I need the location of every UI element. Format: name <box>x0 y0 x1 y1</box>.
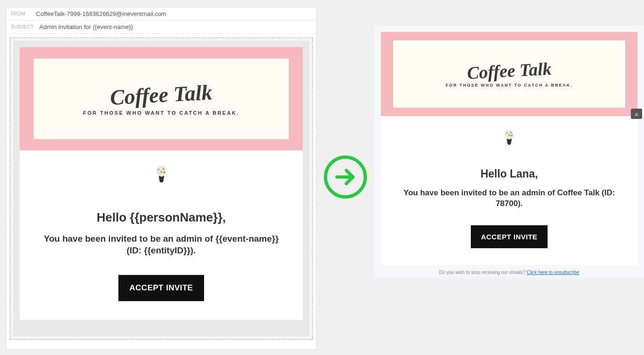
preview-logo-icon <box>500 128 519 147</box>
brand-tagline: FOR THOSE WHO WANT TO CATCH A BREAK. <box>83 110 240 116</box>
from-row: FROM CoffeeTalk-7999-1683626629@ineventm… <box>6 7 316 21</box>
preview-body: Hello Lana, You have been invited to be … <box>381 116 637 265</box>
greeting-text: Hello {{personName}}, <box>38 210 284 225</box>
logo-icon <box>151 164 172 185</box>
editor-content: Coffee Talk FOR THOSE WHO WANT TO CATCH … <box>13 41 309 336</box>
svg-point-4 <box>163 171 165 173</box>
preview-accept-button[interactable]: ACCEPT INVITE <box>471 225 548 248</box>
preview-brand-title: Coffee Talk <box>467 58 552 83</box>
svg-point-7 <box>506 132 508 134</box>
preview-banner-inner: Coffee Talk FOR THOSE WHO WANT TO CATCH … <box>393 40 625 108</box>
preview-greeting: Hello Lana, <box>395 168 623 180</box>
svg-point-2 <box>162 168 164 170</box>
svg-point-8 <box>510 132 512 133</box>
download-icon[interactable] <box>631 109 642 119</box>
email-editor-panel: FROM CoffeeTalk-7999-1683626629@ineventm… <box>6 7 317 350</box>
subject-row: SUBJECT Admin invitation for {{event-nam… <box>6 21 316 34</box>
from-value[interactable]: CoffeeTalk-7999-1683626629@ineventmail.c… <box>36 10 166 17</box>
email-banner[interactable]: Coffee Talk FOR THOSE WHO WANT TO CATCH … <box>20 47 303 150</box>
preview-invite-text: You have been invited to be an admin of … <box>395 188 623 209</box>
unsubscribe-footer: Do you wish to stop receiving our emails… <box>374 265 644 278</box>
unsubscribe-link[interactable]: Click here to unsubscribe <box>527 270 579 275</box>
svg-point-9 <box>508 134 510 136</box>
from-label: FROM <box>11 11 30 16</box>
preview-banner: Coffee Talk FOR THOSE WHO WANT TO CATCH … <box>381 32 637 116</box>
email-body[interactable]: Hello {{personName}}, You have been invi… <box>20 150 303 320</box>
footer-question: Do you wish to stop receiving our emails… <box>439 270 527 275</box>
brand-title: Coffee Talk <box>110 80 213 110</box>
editor-canvas[interactable]: Coffee Talk FOR THOSE WHO WANT TO CATCH … <box>10 37 313 340</box>
email-preview-panel: Coffee Talk FOR THOSE WHO WANT TO CATCH … <box>374 25 644 278</box>
banner-inner: Coffee Talk FOR THOSE WHO WANT TO CATCH … <box>34 59 289 139</box>
invite-text: You have been invited to be an admin of … <box>38 233 284 256</box>
accept-invite-button[interactable]: ACCEPT INVITE <box>118 275 205 301</box>
svg-point-6 <box>505 130 514 139</box>
svg-point-1 <box>158 169 160 170</box>
subject-value[interactable]: Admin invitation for {{event-name}} <box>39 23 133 30</box>
preview-card: Coffee Talk FOR THOSE WHO WANT TO CATCH … <box>381 32 637 265</box>
arrow-right-icon <box>324 155 367 199</box>
svg-point-3 <box>161 171 162 173</box>
subject-label: SUBJECT <box>11 24 34 30</box>
svg-point-10 <box>511 135 513 137</box>
preview-brand-tagline: FOR THOSE WHO WANT TO CATCH A BREAK. <box>446 83 573 88</box>
